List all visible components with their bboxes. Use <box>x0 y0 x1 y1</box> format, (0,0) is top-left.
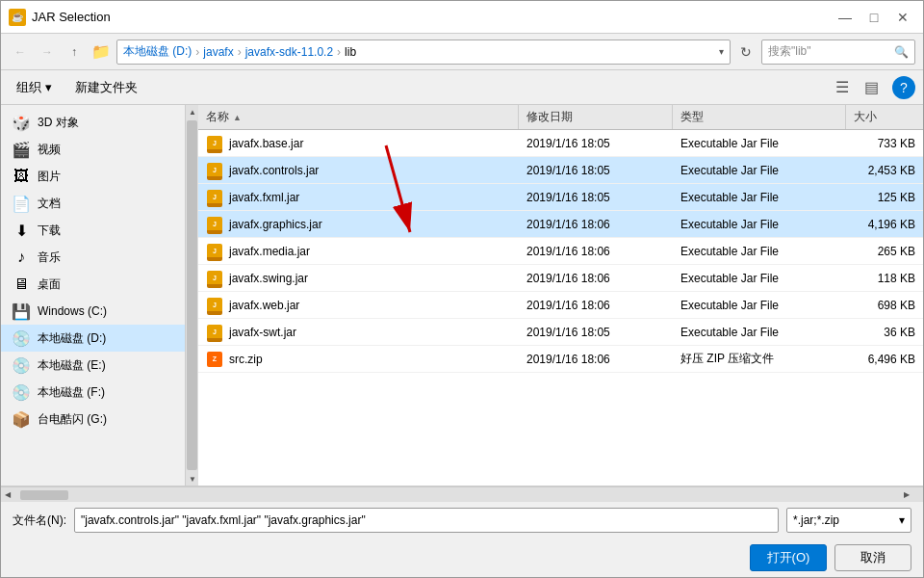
table-row[interactable]: J javafx.swing.jar 2019/1/16 18:06 Execu… <box>198 265 923 292</box>
view-buttons: ☰ ▤ <box>829 74 885 101</box>
sidebar-item-drive-f[interactable]: 💿 本地磁盘 (F:) <box>1 379 185 406</box>
sidebar-item-music[interactable]: ♪ 音乐 <box>1 244 185 271</box>
toolbar: 组织 ▾ 新建文件夹 ☰ ▤ ? <box>1 70 923 105</box>
sidebar-item-drive-g[interactable]: 📦 台电酷闪 (G:) <box>1 406 185 433</box>
forward-button[interactable]: → <box>36 40 59 64</box>
file-date-cell: 2019/1/16 18:05 <box>519 184 673 210</box>
breadcrumb-item-javafx[interactable]: javafx <box>203 45 233 59</box>
sidebar-scroll-up[interactable]: ▲ <box>186 105 199 118</box>
sidebar-item-pictures[interactable]: 🖼 图片 <box>1 163 185 190</box>
sidebar-label-desktop: 桌面 <box>38 276 61 293</box>
search-placeholder: 搜索"lib" <box>768 43 890 60</box>
address-breadcrumb[interactable]: 本地磁盘 (D:) › javafx › javafx-sdk-11.0.2 ›… <box>116 39 731 65</box>
sidebar: 🎲 3D 对象 🎬 视频 🖼 图片 📄 文档 ⬇ 下载 <box>1 105 185 486</box>
scroll-right-btn[interactable]: ▶ <box>904 490 919 499</box>
table-row[interactable]: J javafx.media.jar 2019/1/16 18:06 Execu… <box>198 238 923 265</box>
file-name-cell: J javafx-swt.jar <box>198 319 519 345</box>
file-name: src.zip <box>229 353 263 366</box>
file-date-cell: 2019/1/16 18:06 <box>519 238 673 264</box>
music-icon: ♪ <box>13 249 30 266</box>
sidebar-scrollbar-thumb <box>187 120 197 470</box>
up-button[interactable]: ↑ <box>63 40 86 64</box>
sidebar-item-drive-e[interactable]: 💿 本地磁盘 (E:) <box>1 352 185 379</box>
scroll-left-btn[interactable]: ◀ <box>5 490 20 499</box>
sidebar-scrollbar: ▲ ▼ <box>185 105 198 486</box>
sidebar-scroll-down[interactable]: ▼ <box>186 472 199 486</box>
sidebar-item-windows-c[interactable]: 💾 Windows (C:) <box>1 298 185 325</box>
documents-icon: 📄 <box>13 195 30 212</box>
sidebar-item-documents[interactable]: 📄 文档 <box>1 190 185 217</box>
drive-d-icon: 💿 <box>13 329 30 347</box>
col-header-type[interactable]: 类型 <box>673 105 846 129</box>
file-date-cell: 2019/1/16 18:06 <box>519 346 673 372</box>
drive-c-icon: 💾 <box>13 302 30 320</box>
col-header-size[interactable]: 大小 <box>846 105 923 129</box>
minimize-button[interactable]: — <box>833 5 858 30</box>
file-name: javafx.graphics.jar <box>229 218 322 231</box>
sidebar-item-drive-d[interactable]: 💿 本地磁盘 (D:) <box>1 325 185 352</box>
drive-f-icon: 💿 <box>13 383 30 401</box>
table-row[interactable]: J javafx.web.jar 2019/1/16 18:06 Executa… <box>198 292 923 319</box>
file-date-cell: 2019/1/16 18:05 <box>519 130 673 156</box>
breadcrumb-item-sdk[interactable]: javafx-sdk-11.0.2 <box>245 45 333 59</box>
file-type-cell: Executable Jar File <box>673 265 846 291</box>
sidebar-label-drive-e: 本地磁盘 (E:) <box>38 357 106 374</box>
table-row[interactable]: J javafx.fxml.jar 2019/1/16 18:05 Execut… <box>198 184 923 211</box>
col-header-name[interactable]: 名称 ▲ <box>198 105 519 129</box>
file-size-cell: 698 KB <box>846 292 923 318</box>
new-folder-button[interactable]: 新建文件夹 <box>67 75 145 100</box>
file-name: javafx-swt.jar <box>229 326 296 339</box>
sidebar-item-desktop[interactable]: 🖥 桌面 <box>1 271 185 298</box>
breadcrumb-item-drive[interactable]: 本地磁盘 (D:) <box>123 43 192 60</box>
file-date-cell: 2019/1/16 18:06 <box>519 265 673 291</box>
sidebar-label-drive-g: 台电酷闪 (G:) <box>38 411 107 428</box>
file-name-cell: Z src.zip <box>198 346 519 372</box>
file-type-cell: 好压 ZIP 压缩文件 <box>673 346 846 372</box>
details-view-button[interactable]: ▤ <box>858 74 885 101</box>
filename-label: 文件名(N): <box>13 512 66 529</box>
close-button[interactable]: ✕ <box>890 5 915 30</box>
list-view-button[interactable]: ☰ <box>829 74 856 101</box>
table-row[interactable]: J javafx.controls.jar 2019/1/16 18:05 Ex… <box>198 157 923 184</box>
file-list: J javafx.base.jar 2019/1/16 18:05 Execut… <box>198 130 923 486</box>
file-name: javafx.base.jar <box>229 137 303 150</box>
downloads-icon: ⬇ <box>13 222 30 239</box>
open-button[interactable]: 打开(O) <box>750 544 827 571</box>
table-row[interactable]: J javafx.base.jar 2019/1/16 18:05 Execut… <box>198 130 923 157</box>
sidebar-item-3d[interactable]: 🎲 3D 对象 <box>1 109 185 136</box>
breadcrumb-dropdown[interactable]: ▾ <box>719 46 724 57</box>
jar-file-icon: J <box>206 243 223 260</box>
filetype-select[interactable]: *.jar;*.zip ▾ <box>786 508 911 533</box>
search-box[interactable]: 搜索"lib" 🔍 <box>761 39 915 65</box>
sidebar-item-downloads[interactable]: ⬇ 下载 <box>1 217 185 244</box>
help-button[interactable]: ? <box>892 76 915 99</box>
file-name-cell: J javafx.swing.jar <box>198 265 519 291</box>
refresh-button[interactable]: ↻ <box>734 40 757 64</box>
cancel-button[interactable]: 取消 <box>834 544 911 571</box>
file-type-cell: Executable Jar File <box>673 184 846 210</box>
drive-g-icon: 📦 <box>13 410 30 428</box>
title-bar: ☕ JAR Selection — □ ✕ <box>1 1 923 34</box>
file-type-cell: Executable Jar File <box>673 211 846 237</box>
maximize-button[interactable]: □ <box>861 5 886 30</box>
col-header-date[interactable]: 修改日期 <box>519 105 673 129</box>
jar-file-icon: J <box>206 162 223 179</box>
file-size-cell: 733 KB <box>846 130 923 156</box>
filename-input[interactable] <box>74 508 779 533</box>
back-button[interactable]: ← <box>9 40 32 64</box>
file-type-cell: Executable Jar File <box>673 130 846 156</box>
table-row[interactable]: J javafx.graphics.jar 2019/1/16 18:06 Ex… <box>198 211 923 238</box>
horizontal-scrollbar[interactable] <box>20 490 904 500</box>
file-type-cell: Executable Jar File <box>673 238 846 264</box>
jar-file-icon: J <box>206 324 223 341</box>
sidebar-label-drive-f: 本地磁盘 (F:) <box>38 384 105 401</box>
sidebar-item-video[interactable]: 🎬 视频 <box>1 136 185 163</box>
scrollbar-thumb <box>20 490 68 500</box>
jar-selection-dialog: ☕ JAR Selection — □ ✕ ← → ↑ 📁 本地磁盘 (D:) … <box>0 0 924 578</box>
file-name-cell: J javafx.base.jar <box>198 130 519 156</box>
organize-button[interactable]: 组织 ▾ <box>9 75 60 100</box>
file-name: javafx.fxml.jar <box>229 191 299 204</box>
sidebar-label-music: 音乐 <box>38 250 61 266</box>
table-row[interactable]: J javafx-swt.jar 2019/1/16 18:05 Executa… <box>198 319 923 346</box>
table-row[interactable]: Z src.zip 2019/1/16 18:06 好压 ZIP 压缩文件 6,… <box>198 346 923 373</box>
